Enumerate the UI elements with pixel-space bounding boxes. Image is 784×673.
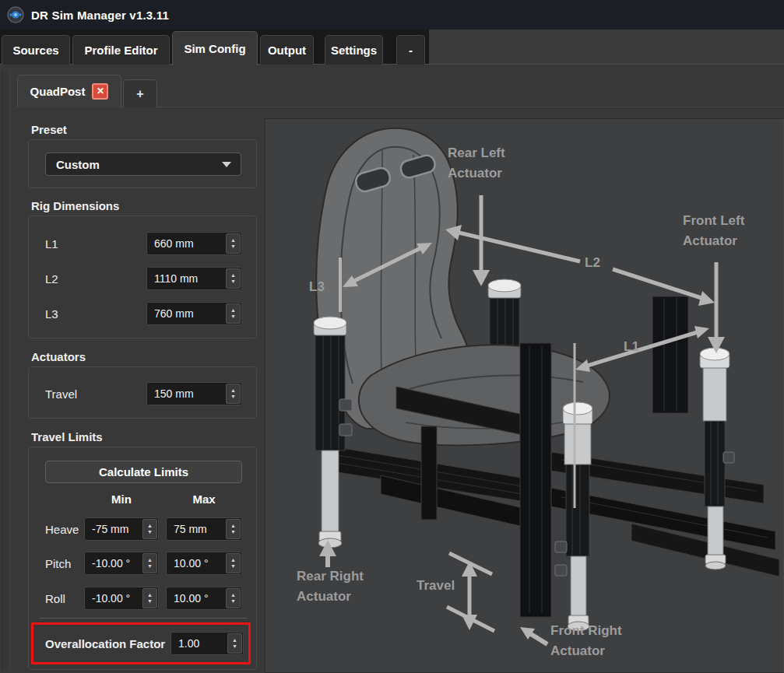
- pitch-min-spinner[interactable]: ▲▼: [142, 553, 157, 573]
- subtab-quadpost-label: QuadPost: [30, 85, 86, 98]
- spin-down-icon[interactable]: ▼: [230, 394, 236, 400]
- l3-spinner[interactable]: ▲▼: [226, 303, 241, 324]
- heave-min-field[interactable]: -75 mm ▲▼: [84, 517, 159, 541]
- overallocation-separator: [40, 618, 247, 619]
- tab-dash[interactable]: -: [396, 35, 425, 65]
- spin-up-icon[interactable]: ▲: [147, 592, 153, 598]
- preset-dropdown[interactable]: Custom: [45, 152, 241, 176]
- travel-spinner[interactable]: ▲▼: [226, 384, 241, 404]
- front-left-actuator-label: Front Left Actuator: [683, 211, 744, 251]
- main-tab-bar: Sources Profile Editor Sim Config Output…: [0, 30, 784, 65]
- preset-section-label: Preset: [31, 123, 67, 136]
- roll-max-spinner[interactable]: ▲▼: [226, 588, 241, 608]
- l3-label: L3: [45, 307, 58, 321]
- preset-groupbox: Custom: [28, 139, 257, 188]
- add-tab-button[interactable]: +: [123, 79, 157, 107]
- l2-label: L2: [45, 272, 58, 286]
- heave-min-spinner[interactable]: ▲▼: [142, 519, 157, 539]
- overallocation-field[interactable]: 1.00 ▲▼: [171, 632, 244, 655]
- spin-up-icon[interactable]: ▲: [230, 592, 236, 598]
- roll-max-value: 10.00 °: [167, 592, 226, 605]
- l1-spinner[interactable]: ▲▼: [226, 233, 241, 254]
- travel-value: 150 mm: [147, 387, 226, 400]
- overallocation-spinner[interactable]: ▲▼: [227, 633, 242, 654]
- travel-field[interactable]: 150 mm ▲▼: [146, 382, 242, 405]
- travel-label: Travel: [45, 387, 77, 401]
- spin-down-icon[interactable]: ▼: [147, 563, 153, 570]
- spin-up-icon[interactable]: ▲: [230, 523, 236, 529]
- app-icon: [7, 6, 24, 23]
- rear-right-actuator-label: Rear Right Actuator: [297, 566, 364, 607]
- travel-limits-groupbox: Calculate Limits Min Max Heave -75 mm ▲▼…: [28, 447, 257, 670]
- pitch-max-field[interactable]: 10.00 ° ▲▼: [166, 552, 242, 575]
- spin-down-icon[interactable]: ▼: [230, 244, 236, 250]
- max-column-header: Max: [166, 492, 242, 506]
- app-window: DR Sim Manager v1.3.11 Sources Profile E…: [0, 0, 784, 673]
- tab-output[interactable]: Output: [260, 35, 314, 65]
- pitch-max-value: 10.00 °: [167, 557, 226, 570]
- l3-dimension-label: L3: [309, 277, 325, 297]
- l1-field[interactable]: 660 mm ▲▼: [146, 232, 242, 255]
- pitch-min-value: -10.00 °: [85, 557, 142, 570]
- sim-config-page: QuadPost ✕ + Preset Custom Rig Dimension…: [0, 65, 784, 673]
- close-tab-button[interactable]: ✕: [92, 83, 108, 100]
- heave-max-value: 75 mm: [167, 523, 226, 535]
- roll-min-spinner[interactable]: ▲▼: [142, 588, 157, 608]
- chevron-down-icon: [222, 162, 231, 167]
- tab-settings[interactable]: Settings: [325, 35, 383, 65]
- roll-max-field[interactable]: 10.00 ° ▲▼: [166, 587, 242, 610]
- rig-dimensions-section-label: Rig Dimensions: [31, 199, 119, 212]
- tab-profile-editor[interactable]: Profile Editor: [72, 35, 170, 65]
- l2-dimension-label: L2: [585, 253, 600, 273]
- spin-down-icon[interactable]: ▼: [230, 279, 236, 285]
- spin-down-icon[interactable]: ▼: [147, 529, 153, 535]
- spin-down-icon[interactable]: ▼: [147, 598, 153, 605]
- spin-down-icon[interactable]: ▼: [230, 598, 236, 605]
- calculate-limits-button[interactable]: Calculate Limits: [45, 461, 242, 483]
- rig-dimensions-groupbox: L1 660 mm ▲▼ L2 1110 mm ▲▼ L3 760 mm ▲▼: [28, 216, 257, 338]
- heave-max-field[interactable]: 75 mm ▲▼: [166, 517, 242, 541]
- overallocation-label: Overallocation Factor: [45, 637, 165, 650]
- spin-up-icon[interactable]: ▲: [230, 387, 236, 394]
- tab-sources[interactable]: Sources: [2, 35, 70, 65]
- heave-min-value: -75 mm: [85, 523, 142, 535]
- l1-label: L1: [45, 237, 58, 251]
- spin-down-icon[interactable]: ▼: [232, 643, 237, 650]
- rear-left-actuator-label: Rear Left Actuator: [448, 143, 505, 184]
- spin-down-icon[interactable]: ▼: [230, 314, 236, 320]
- spin-down-icon[interactable]: ▼: [230, 563, 236, 570]
- spin-up-icon[interactable]: ▲: [232, 637, 237, 643]
- spin-up-icon[interactable]: ▲: [147, 523, 153, 529]
- spin-up-icon[interactable]: ▲: [230, 237, 236, 244]
- page-left-edge: [2, 71, 10, 670]
- travel-dimension-label: Travel: [417, 576, 455, 596]
- roll-min-field[interactable]: -10.00 ° ▲▼: [84, 587, 159, 610]
- l3-value: 760 mm: [147, 307, 226, 320]
- spin-up-icon[interactable]: ▲: [230, 557, 236, 563]
- heave-label: Heave: [45, 523, 79, 536]
- pitch-label: Pitch: [45, 557, 71, 570]
- actuators-section-label: Actuators: [31, 350, 86, 363]
- roll-label: Roll: [45, 592, 65, 605]
- actuators-groupbox: Travel 150 mm ▲▼: [28, 366, 257, 419]
- spin-up-icon[interactable]: ▲: [230, 272, 236, 279]
- subtab-quadpost[interactable]: QuadPost ✕: [17, 75, 121, 107]
- l1-dimension-label: L1: [624, 337, 639, 357]
- pitch-max-spinner[interactable]: ▲▼: [226, 553, 241, 573]
- travel-limits-section-label: Travel Limits: [31, 430, 103, 443]
- overallocation-value: 1.00: [171, 637, 227, 650]
- title-bar: DR Sim Manager v1.3.11: [0, 0, 784, 30]
- spin-down-icon[interactable]: ▼: [230, 529, 236, 535]
- spin-up-icon[interactable]: ▲: [147, 557, 153, 563]
- spin-up-icon[interactable]: ▲: [230, 307, 236, 314]
- l1-value: 660 mm: [147, 237, 226, 250]
- preset-dropdown-value: Custom: [46, 158, 222, 171]
- plus-icon: +: [136, 87, 143, 101]
- min-column-header: Min: [84, 492, 159, 506]
- heave-max-spinner[interactable]: ▲▼: [226, 519, 241, 539]
- tab-sim-config[interactable]: Sim Config: [172, 31, 258, 65]
- l3-field[interactable]: 760 mm ▲▼: [146, 302, 242, 325]
- l2-spinner[interactable]: ▲▼: [226, 268, 241, 289]
- l2-field[interactable]: 1110 mm ▲▼: [146, 267, 242, 290]
- pitch-min-field[interactable]: -10.00 ° ▲▼: [84, 552, 159, 575]
